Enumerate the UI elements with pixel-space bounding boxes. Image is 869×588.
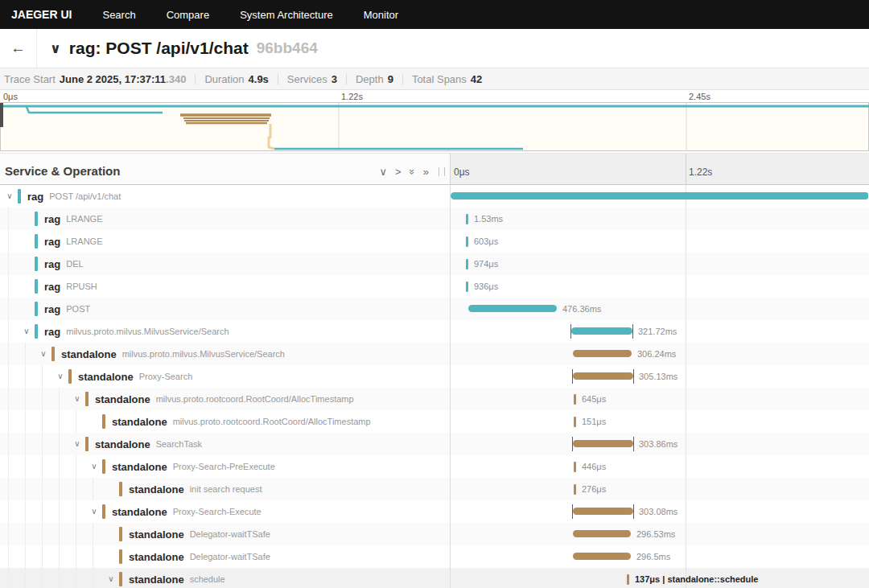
span-row[interactable]: ∨standaloneProxy-Search305.13ms [0, 365, 869, 388]
span-row[interactable]: ∨standalonemilvus.proto.rootcoord.RootCo… [0, 388, 869, 410]
minimap-canvas[interactable] [0, 102, 869, 152]
span-row[interactable]: ∨ragmilvus.proto.milvus.MilvusService/Se… [0, 320, 869, 343]
span-name-cell[interactable]: ∨standalonemilvus.proto.rootcoord.RootCo… [0, 388, 451, 410]
span-bar-cell[interactable]: 476.36ms [451, 298, 868, 320]
span-row[interactable]: ∨standaloneProxy-Search-Execute303.08ms [0, 500, 869, 523]
span-row[interactable]: standalonemilvus.proto.rootcoord.RootCoo… [0, 410, 869, 433]
span-name-cell[interactable]: standaloneDelegator-waitTSafe [0, 523, 451, 545]
span-bar-cell[interactable]: 296.5ms [451, 545, 868, 568]
span-toggle-chevron-icon[interactable]: ∨ [89, 463, 100, 471]
span-row[interactable]: ragPOST476.36ms [0, 298, 869, 320]
span-bar-cell[interactable]: 303.86ms [451, 433, 868, 455]
span-duration-tick[interactable] [627, 574, 629, 585]
nav-item-search[interactable]: Search [102, 9, 135, 21]
span-name-cell[interactable]: ∨standaloneProxy-Search [0, 365, 451, 388]
span-color-chip [85, 392, 89, 406]
span-row[interactable]: ∨standaloneProxy-Search-PreExecute446μs [0, 455, 869, 478]
span-row[interactable]: ∨standalonemilvus.proto.milvus.MilvusSer… [0, 343, 869, 365]
span-name-cell[interactable]: standaloneinit search request [0, 478, 451, 500]
span-name-cell[interactable]: ragRPUSH [0, 275, 451, 298]
span-toggle-chevron-icon[interactable]: ∨ [105, 575, 117, 583]
span-toggle-chevron-icon[interactable]: ∨ [4, 192, 15, 200]
span-row[interactable]: ∨standaloneschedule137μs | standalone::s… [0, 568, 869, 588]
span-bar-cell[interactable]: 936μs [451, 275, 868, 298]
span-duration-bar[interactable] [573, 350, 632, 357]
span-row[interactable]: ragLRANGE1.53ms [0, 208, 869, 230]
span-duration-bar[interactable] [573, 530, 631, 537]
span-row[interactable]: ∨standaloneSearchTask303.86ms [0, 433, 869, 455]
span-duration-bar[interactable] [573, 372, 633, 380]
span-row[interactable]: ∨ragPOST /api/v1/chat [0, 185, 869, 208]
span-service-name: rag [44, 236, 60, 248]
minimap-viewport-handle[interactable] [0, 103, 3, 127]
span-duration-bar[interactable] [468, 305, 557, 312]
span-duration-tick[interactable] [466, 236, 468, 247]
span-name-cell[interactable]: ∨standalonemilvus.proto.milvus.MilvusSer… [0, 343, 451, 365]
span-toggle-chevron-icon[interactable]: ∨ [55, 372, 66, 380]
span-duration-bar[interactable] [451, 192, 868, 199]
span-name-cell[interactable]: ∨standaloneschedule [0, 568, 451, 588]
nav-item-monitor[interactable]: Monitor [364, 9, 398, 21]
span-duration-bar[interactable] [573, 553, 631, 560]
span-name-cell[interactable]: standalonemilvus.proto.rootcoord.RootCoo… [0, 410, 451, 433]
span-bar-cell[interactable]: 137μs | standalone::schedule [451, 568, 868, 588]
span-duration-tick[interactable] [466, 259, 468, 269]
span-bar-cell[interactable]: 276μs [451, 478, 868, 500]
span-name-cell[interactable]: ragLRANGE [0, 230, 451, 253]
span-bar-cell[interactable]: 303.08ms [451, 500, 868, 523]
span-row[interactable]: ragRPUSH936μs [0, 275, 869, 298]
expand-one-icon[interactable]: > [395, 167, 402, 177]
span-bar-cell[interactable]: 321.72ms [451, 320, 868, 343]
span-bar-cell[interactable]: 603μs [451, 230, 868, 253]
span-bar-cell[interactable]: 1.53ms [451, 208, 868, 230]
span-bar-cell[interactable]: 296.53ms [451, 523, 868, 545]
span-bar-cell[interactable]: 305.13ms [451, 365, 868, 388]
span-name-cell[interactable]: standaloneDelegator-waitTSafe [0, 545, 451, 568]
span-row[interactable]: standaloneDelegator-waitTSafe296.5ms [0, 545, 869, 568]
span-bar-cell[interactable]: 645μs [451, 388, 868, 410]
span-name-cell[interactable]: ∨standaloneSearchTask [0, 433, 451, 455]
span-name-cell[interactable]: ragLRANGE [0, 208, 451, 230]
span-name-cell[interactable]: ragPOST [0, 298, 451, 320]
expand-all-icon[interactable]: » [423, 167, 429, 177]
trace-collapse-chevron-icon[interactable]: ∨ [50, 42, 61, 56]
span-duration-label: 321.72ms [638, 327, 677, 336]
span-toggle-chevron-icon[interactable]: ∨ [21, 327, 32, 335]
span-duration-bar[interactable] [573, 440, 633, 447]
collapse-all-icon[interactable]: » [407, 169, 418, 175]
nav-item-compare[interactable]: Compare [167, 9, 209, 21]
span-name-cell[interactable]: ragDEL [0, 253, 451, 275]
span-row[interactable]: standaloneDelegator-waitTSafe296.53ms [0, 523, 869, 545]
span-row[interactable]: ragLRANGE603μs [0, 230, 869, 253]
span-toggle-chevron-icon[interactable]: ∨ [72, 395, 83, 403]
span-duration-tick[interactable] [574, 417, 576, 427]
span-operation-name: DEL [66, 259, 83, 269]
span-duration-tick[interactable] [466, 214, 468, 224]
span-bar-cell[interactable]: 974μs [451, 253, 868, 275]
app-logo[interactable]: JAEGER UI [11, 8, 72, 21]
span-duration-bar[interactable] [571, 327, 632, 335]
column-resizer-grip[interactable] [439, 167, 445, 176]
span-bar-cell[interactable]: 306.24ms [451, 343, 868, 365]
collapse-one-icon[interactable]: ∨ [379, 167, 387, 177]
span-duration-tick[interactable] [574, 394, 576, 405]
span-row[interactable]: ragDEL974μs [0, 253, 869, 275]
span-name-cell[interactable]: ∨standaloneProxy-Search-PreExecute [0, 455, 451, 478]
span-row[interactable]: standaloneinit search request276μs [0, 478, 869, 500]
span-toggle-chevron-icon[interactable]: ∨ [72, 440, 83, 448]
trace-minimap[interactable]: 0μs1.22s2.45s [0, 90, 869, 153]
span-bar-cell[interactable]: 446μs [451, 455, 868, 478]
span-name-cell[interactable]: ∨standaloneProxy-Search-Execute [0, 500, 451, 523]
span-duration-bar[interactable] [573, 508, 633, 515]
back-button[interactable]: ← [0, 29, 37, 68]
span-name-cell[interactable]: ∨ragPOST /api/v1/chat [0, 185, 451, 208]
span-duration-tick[interactable] [574, 462, 576, 472]
span-bar-cell[interactable]: 151μs [451, 410, 868, 433]
span-toggle-chevron-icon[interactable]: ∨ [89, 508, 100, 516]
nav-item-system-architecture[interactable]: System Architecture [240, 9, 333, 21]
span-bar-cell[interactable] [451, 185, 868, 208]
span-toggle-chevron-icon[interactable]: ∨ [38, 350, 49, 358]
span-name-cell[interactable]: ∨ragmilvus.proto.milvus.MilvusService/Se… [0, 320, 451, 343]
span-duration-tick[interactable] [574, 484, 576, 495]
span-duration-tick[interactable] [466, 282, 468, 292]
